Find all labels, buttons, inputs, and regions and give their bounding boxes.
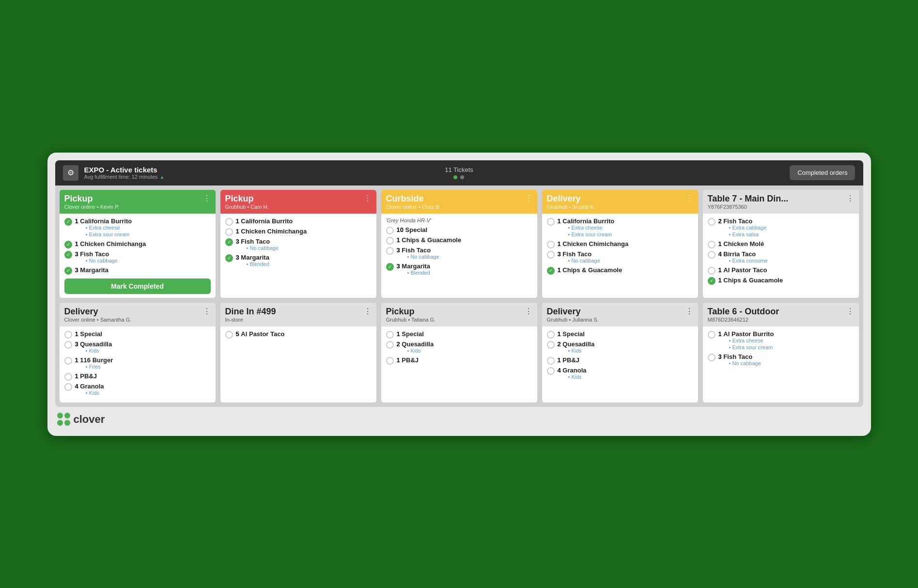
item-details-1-1: 1 California Burrito Extra cheeseExtra s…	[75, 217, 132, 238]
item-check-4-4[interactable]: ✓	[547, 267, 555, 275]
item-check-9-1[interactable]	[547, 331, 555, 339]
card-menu-icon-7[interactable]: ⋮	[364, 307, 372, 316]
card-menu-icon-10[interactable]: ⋮	[846, 307, 854, 316]
ticket-card-2: Pickup Grubhub • Cam H. ⋮ 1 California B…	[220, 189, 377, 298]
item-check-4-3[interactable]	[547, 251, 555, 259]
item-check-2-3[interactable]: ✓	[225, 238, 233, 246]
card-subtitle-4: Grubhub • Srushti K.	[547, 204, 595, 210]
order-item-6-4: 1 PB&J	[64, 372, 211, 381]
item-mods-5-1: Extra cabbageExtra salsa	[729, 225, 767, 237]
item-check-8-1[interactable]	[386, 331, 394, 339]
item-check-9-3[interactable]	[547, 357, 555, 365]
card-subtitle-5: Y876F23875360	[708, 204, 789, 210]
item-check-9-2[interactable]	[547, 341, 555, 349]
item-check-6-5[interactable]	[64, 383, 72, 391]
item-check-5-3[interactable]	[708, 251, 716, 259]
item-check-10-2[interactable]	[708, 354, 716, 361]
card-header-info-4: Delivery Grubhub • Srushti K.	[547, 194, 595, 210]
order-item-9-2: 2 Quesadilla Kids	[547, 340, 693, 355]
item-check-1-4[interactable]: ✓	[64, 267, 72, 275]
item-check-1-2[interactable]: ✓	[64, 241, 72, 248]
item-details-6-4: 1 PB&J	[75, 372, 97, 380]
ticket-card-9: Delivery Grubhub • Julianna S. ⋮ 1 Speci…	[542, 302, 699, 403]
card-type-2: Pickup	[225, 194, 269, 204]
item-name-6-4: PB&J	[80, 372, 97, 380]
item-name-5-5: Chips & Guacamole	[723, 277, 783, 284]
item-qty-2-2: 1	[236, 228, 239, 235]
order-item-1-1: ✓ 1 California Burrito Extra cheeseExtra…	[64, 217, 211, 238]
main-content: Pickup Clover online • Kevin P. ⋮ ✓ 1 Ca…	[55, 186, 863, 407]
item-details-4-1: 1 California Burrito Extra cheeseExtra s…	[558, 217, 615, 238]
item-qty-1-2: 1	[75, 240, 78, 248]
item-check-5-1[interactable]	[708, 218, 716, 226]
item-mod-5-1-2: Extra salsa	[729, 232, 767, 237]
item-check-4-2[interactable]	[547, 241, 555, 248]
item-details-4-3: 3 Fish Taco No cabbage	[558, 250, 600, 264]
item-check-5-5[interactable]: ✓	[708, 277, 716, 285]
order-item-2-1: 1 California Burrito	[225, 217, 372, 226]
item-check-3-3[interactable]	[386, 247, 394, 255]
item-check-1-3[interactable]: ✓	[64, 251, 72, 259]
card-menu-icon-6[interactable]: ⋮	[203, 307, 211, 316]
item-qty-3-2: 1	[397, 236, 400, 244]
card-menu-icon-5[interactable]: ⋮	[846, 194, 854, 203]
ticket-card-10: Table 6 - Outdoor M876D23646212 ⋮ 1 Al P…	[702, 302, 859, 403]
card-menu-icon-3[interactable]: ⋮	[525, 194, 532, 203]
item-details-3-1: 10 Special	[397, 226, 428, 233]
mark-completed-button-1[interactable]: Mark Completed	[64, 279, 211, 294]
item-check-5-4[interactable]	[708, 267, 716, 275]
item-check-2-4[interactable]: ✓	[225, 254, 233, 262]
card-subtitle-1: Clover online • Kevin P.	[64, 204, 120, 210]
item-check-6-2[interactable]	[64, 341, 72, 349]
card-menu-icon-2[interactable]: ⋮	[364, 194, 372, 203]
item-check-5-2[interactable]	[708, 241, 716, 248]
item-details-6-3: 1 116 Burger Fries	[75, 356, 113, 371]
card-menu-icon-1[interactable]: ⋮	[203, 194, 211, 203]
order-item-5-4: 1 Al Pastor Taco	[708, 266, 854, 275]
item-check-2-2[interactable]	[225, 228, 233, 236]
card-type-7: Dine In #499	[225, 307, 276, 317]
order-item-8-3: 1 PB&J	[386, 356, 532, 365]
item-check-3-1[interactable]	[386, 227, 394, 234]
item-qty-6-1: 1	[75, 330, 78, 338]
item-check-6-1[interactable]	[64, 331, 72, 339]
item-mods-10-1: Extra cheeseExtra sour cream	[729, 338, 774, 350]
item-check-6-3[interactable]	[64, 357, 72, 365]
item-check-8-2[interactable]	[386, 341, 394, 349]
item-qty-9-2: 2	[558, 340, 561, 348]
card-header-6: Delivery Clover online • Samantha G. ⋮	[60, 303, 216, 326]
item-qty-8-2: 2	[397, 340, 400, 348]
item-check-2-1[interactable]	[225, 218, 233, 226]
item-check-3-4[interactable]: ✓	[386, 263, 394, 271]
item-details-7-1: 5 Al Pastor Taco	[236, 330, 285, 338]
item-check-8-3[interactable]	[386, 357, 394, 365]
item-check-7-1[interactable]	[225, 331, 233, 339]
card-menu-icon-9[interactable]: ⋮	[685, 307, 693, 316]
item-details-4-4: 1 Chips & Guacamole	[558, 266, 622, 274]
card-menu-icon-8[interactable]: ⋮	[525, 307, 532, 316]
item-check-9-4[interactable]	[547, 367, 555, 375]
card-menu-icon-4[interactable]: ⋮	[685, 194, 693, 203]
completed-orders-button[interactable]: Completed orders	[790, 165, 855, 180]
card-type-8: Pickup	[386, 307, 436, 317]
header-right: Completed orders	[591, 165, 855, 180]
item-check-4-1[interactable]	[547, 218, 555, 226]
item-name-6-5: Granola	[80, 383, 104, 390]
order-item-10-2: 3 Fish Taco No cabbage	[708, 353, 854, 367]
card-header-3: Curbside Clover online • Chaz B. ⋮	[381, 190, 537, 214]
item-name-9-1: Special	[562, 330, 585, 338]
item-check-6-4[interactable]	[64, 373, 72, 381]
item-name-5-4: Al Pastor Taco	[723, 266, 767, 274]
card-header-info-5: Table 7 - Main Din... Y876F23875360	[708, 194, 789, 210]
gear-icon[interactable]: ⚙	[63, 165, 78, 181]
item-check-3-2[interactable]	[386, 237, 394, 245]
item-qty-4-4: 1	[558, 266, 561, 274]
brand-name: clover	[74, 413, 105, 426]
item-name-4-4: Chips & Guacamole	[562, 266, 622, 274]
item-mod-6-5-1: Kids	[86, 390, 104, 396]
item-check-10-1[interactable]	[708, 331, 716, 339]
item-mods-4-3: No cabbage	[568, 258, 600, 263]
clover-leaf-2	[64, 413, 70, 418]
item-mods-4-1: Extra cheeseExtra sour cream	[568, 225, 615, 237]
item-check-1-1[interactable]: ✓	[64, 218, 72, 226]
